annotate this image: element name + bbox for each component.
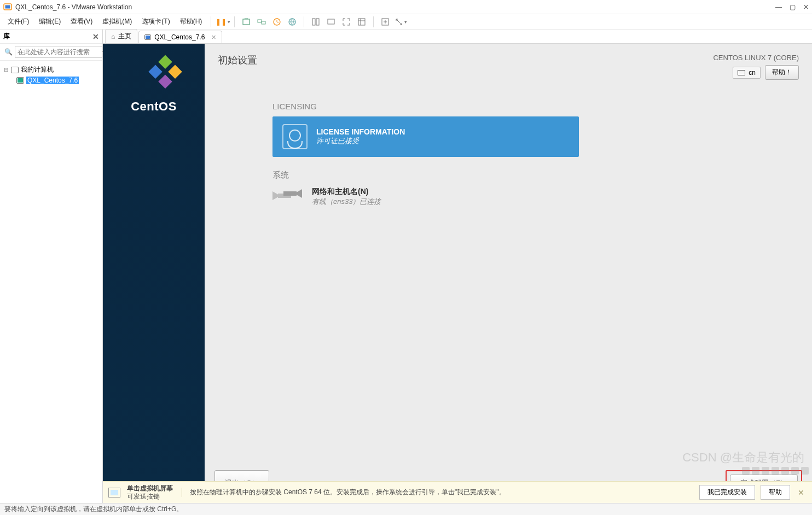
tab-vm-label: QXL_Centos_7.6 [154,33,205,41]
tool-clock-icon[interactable] [270,16,284,28]
titlebar: QXL_Centos_7.6 - VMware Workstation ― ▢ … [0,0,812,14]
network-title: 网络和主机名(N) [312,187,381,197]
vm-screen[interactable]: CentOS 初始设置 CENTOS LINUX 7 (CORE) cn [103,44,812,503]
tool-snapshot-icon[interactable] [239,16,253,28]
tool-globe-icon[interactable] [285,16,299,28]
network-subtitle: 有线（ens33）已连接 [312,197,381,207]
status-text: 要将输入定向到该虚拟机，请在虚拟机内部单击或按 Ctrl+G。 [4,505,183,514]
window-title: QXL_Centos_7.6 - VMware Workstation [15,3,132,11]
screen-hint-icon [108,488,120,498]
tab-strip: ⌂ 主页 QXL_Centos_7.6 ✕ [103,30,812,44]
menu-file[interactable]: 文件(F) [3,15,33,28]
system-section-title: 系统 [272,170,579,180]
menu-help[interactable]: 帮助(H) [176,15,207,28]
initial-setup-heading: 初始设置 [218,54,257,67]
svg-rect-1 [5,5,10,8]
hint-close-icon[interactable]: ✕ [796,488,807,497]
tree-root[interactable]: ⊟ 我的计算机 [3,64,99,75]
tab-home[interactable]: ⌂ 主页 [105,29,137,43]
license-icon [282,124,308,149]
window-controls: ― ▢ ✕ [775,3,809,11]
library-tree: ⊟ 我的计算机 QXL_Centos_7.6 [0,61,102,89]
vm-tab-icon [144,34,151,40]
tree-root-label: 我的计算机 [21,65,54,74]
hint-help-button[interactable]: 帮助 [761,485,790,500]
svg-rect-9 [328,19,334,24]
tab-vm[interactable]: QXL_Centos_7.6 ✕ [138,31,222,43]
tab-close-icon[interactable]: ✕ [211,34,216,41]
sidebar-close-icon[interactable]: ✕ [92,32,99,41]
menu-view[interactable]: 查看(V) [66,15,97,28]
vm-icon [16,77,24,84]
tool-snapshot-manager-icon[interactable] [254,16,269,28]
watermark: CSDN @生命是有光的 [682,449,804,466]
install-done-button[interactable]: 我已完成安装 [699,485,755,500]
app-icon [3,3,12,11]
svg-rect-7 [312,19,315,25]
centos-side-panel: CentOS [103,44,205,503]
menu-tabs[interactable]: 选项卡(T) [137,15,174,28]
license-subtitle: 许可证已接受 [316,136,405,146]
computer-icon [11,67,19,73]
search-icon: 🔍 [4,48,13,56]
keyboard-icon [738,70,745,75]
sidebar-search: 🔍 ▾ [0,44,102,61]
tree-item-label: QXL_Centos_7.6 [26,77,79,84]
app-body: 库 ✕ 🔍 ▾ ⊟ 我的计算机 QXL_Centos_7.6 ⌂ [0,30,812,503]
view-cycle-icon[interactable] [393,16,408,28]
tree-item-vm[interactable]: QXL_Centos_7.6 [3,75,99,85]
os-name: CENTOS LINUX 7 (CORE) [713,54,799,62]
help-button[interactable]: 帮助！ [765,65,799,80]
main-area: ⌂ 主页 QXL_Centos_7.6 ✕ CentOS 初始设置 [103,30,812,503]
license-title: LICENSE INFORMATION [316,127,405,136]
svg-rect-3 [258,20,262,22]
svg-rect-10 [358,19,365,25]
status-bar: 要将输入定向到该虚拟机，请在虚拟机内部单击或按 Ctrl+G。 [0,503,812,515]
centos-wordmark: CentOS [131,100,177,114]
view-unity-icon[interactable] [355,16,369,28]
centos-logo-icon [137,60,170,93]
close-button[interactable]: ✕ [803,3,809,11]
pause-button[interactable]: ❚❚ [216,16,230,28]
svg-rect-4 [262,21,265,24]
svg-rect-8 [316,19,319,25]
view-fullscreen-icon[interactable] [339,16,353,28]
maximize-button[interactable]: ▢ [790,3,796,11]
hint-line1: 单击虚拟机屏幕 [127,484,173,493]
keyboard-indicator[interactable]: cn [733,67,761,79]
install-hint-bar: 单击虚拟机屏幕 可发送按键 按照在物理计算机中的步骤安装 CentOS 7 64… [103,481,812,503]
sidebar-header: 库 ✕ [0,30,102,44]
license-card[interactable]: LICENSE INFORMATION 许可证已接受 [272,116,579,157]
initial-setup-panel: 初始设置 CENTOS LINUX 7 (CORE) cn 帮助！ [205,44,812,503]
network-icon [272,186,302,208]
view-single-icon[interactable] [309,16,323,28]
sidebar-title: 库 [3,32,10,41]
view-console-icon[interactable] [324,16,338,28]
library-sidebar: 库 ✕ 🔍 ▾ ⊟ 我的计算机 QXL_Centos_7.6 [0,30,103,503]
minimize-button[interactable]: ― [775,3,782,11]
view-stretch-icon[interactable] [378,16,392,28]
menu-edit[interactable]: 编辑(E) [34,15,65,28]
hint-line2: 可发送按键 [127,493,173,501]
hint-description: 按照在物理计算机中的步骤安装 CentOS 7 64 位。安装完成后，操作系统会… [182,488,506,497]
search-input[interactable] [15,46,102,58]
menubar: 文件(F) 编辑(E) 查看(V) 虚拟机(M) 选项卡(T) 帮助(H) ❚❚ [0,14,812,30]
svg-rect-2 [243,19,250,25]
network-card[interactable]: 网络和主机名(N) 有线（ens33）已连接 [272,186,579,208]
home-icon: ⌂ [111,33,115,40]
keyboard-layout: cn [749,69,756,77]
vm-tray-icons [742,467,809,475]
menu-vm[interactable]: 虚拟机(M) [98,15,136,28]
licensing-section-title: LICENSING [272,102,579,111]
tab-home-label: 主页 [118,32,131,41]
